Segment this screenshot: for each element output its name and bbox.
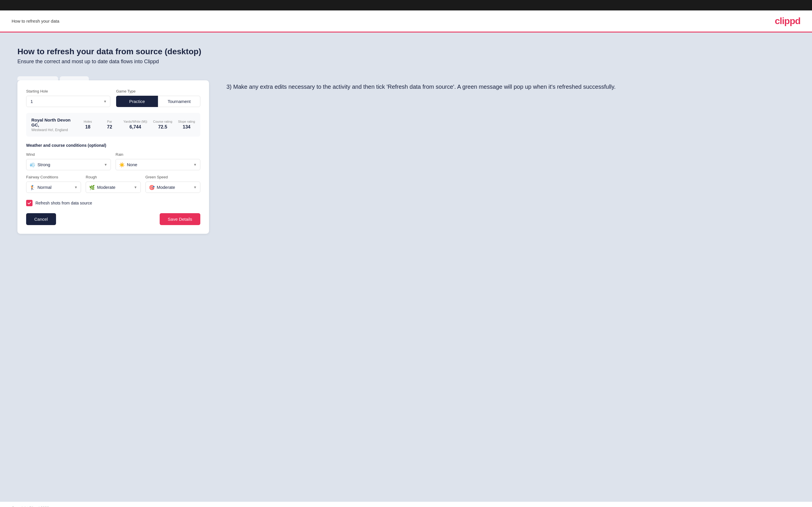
rough-select-wrapper: 🌿 Moderate Light Heavy ▼ [86,181,141,193]
yards-label: Yards/White (M)) [123,120,147,123]
starting-hole-label: Starting Hole [26,89,110,94]
slope-rating-value: 134 [178,124,195,130]
course-rating-label: Course rating [153,120,172,123]
course-rating-value: 72.5 [153,124,172,130]
wind-select[interactable]: Strong Light None [26,159,111,170]
slope-rating-stat: Slope rating 134 [178,120,195,130]
green-speed-select[interactable]: Moderate Fast Slow [145,181,200,193]
form-card: Starting Hole 1 ▼ Game Type Practice To [17,80,209,234]
footer-text: Copyright Clippd 2022 [12,506,49,507]
page-subheading: Ensure the correct and most up to date d… [17,59,795,65]
yards-value: 6,744 [123,124,147,130]
course-name-secondary: Westward Ho!, England [31,128,74,132]
game-type-label: Game Type [116,89,200,94]
fairway-group: Fairway Conditions 🏌️ Normal Firm Soft ▼ [26,175,81,193]
refresh-checkbox-label: Refresh shots from data source [36,201,92,205]
footer: Copyright Clippd 2022 [0,502,812,507]
conditions-grid-3: Fairway Conditions 🏌️ Normal Firm Soft ▼ [26,175,200,193]
cancel-button[interactable]: Cancel [26,213,56,225]
yards-stat: Yards/White (M)) 6,744 [123,120,147,130]
par-label: Par [102,120,117,123]
par-value: 72 [102,124,117,130]
card-tabs-row [17,76,209,80]
rough-group: Rough 🌿 Moderate Light Heavy ▼ [86,175,141,193]
wind-label: Wind [26,152,111,157]
holes-value: 18 [80,124,96,130]
save-button[interactable]: Save Details [160,213,200,225]
wind-rain-grid: Wind 💨 Strong Light None ▼ Rain [26,152,200,170]
card-tab-stub-2 [60,76,89,80]
fairway-select[interactable]: Normal Firm Soft [26,181,81,193]
wind-select-wrapper: 💨 Strong Light None ▼ [26,159,111,170]
rain-select-wrapper: ☀️ None Light Heavy ▼ [115,159,200,170]
fairway-label: Fairway Conditions [26,175,81,179]
holes-stat: Holes 18 [80,120,96,130]
game-type-group: Game Type Practice Tournament [116,89,200,107]
green-speed-label: Green Speed [145,175,200,179]
top-form-row: Starting Hole 1 ▼ Game Type Practice To [26,89,200,107]
header: How to refresh your data clippd [0,10,812,33]
rain-group: Rain ☀️ None Light Heavy ▼ [115,152,200,170]
conditions-section-label: Weather and course conditions (optional) [26,143,200,148]
course-name-block: Royal North Devon GC, Westward Ho!, Engl… [31,117,74,132]
starting-hole-group: Starting Hole 1 ▼ [26,89,110,107]
course-rating-stat: Course rating 72.5 [153,120,172,130]
game-type-toggle: Practice Tournament [116,96,200,107]
rough-label: Rough [86,175,141,179]
course-row: Royal North Devon GC, Westward Ho!, Engl… [26,113,200,136]
button-row: Cancel Save Details [26,213,200,225]
course-name-primary: Royal North Devon GC, [31,117,74,127]
slope-rating-label: Slope rating [178,120,195,123]
tournament-button[interactable]: Tournament [158,96,200,107]
card-tab-stub-1 [17,76,58,80]
side-paragraph: 3) Make any extra edits necessary to the… [226,82,795,91]
card-wrapper: Starting Hole 1 ▼ Game Type Practice To [17,76,209,234]
page-heading: How to refresh your data from source (de… [17,47,795,56]
logo: clippd [775,16,800,26]
side-text: 3) Make any extra edits necessary to the… [226,76,795,91]
refresh-checkbox-row[interactable]: Refresh shots from data source [26,200,200,206]
green-speed-select-wrapper: 🎯 Moderate Fast Slow ▼ [145,181,200,193]
starting-hole-select-wrapper: 1 ▼ [26,96,110,107]
practice-button[interactable]: Practice [116,96,158,107]
par-stat: Par 72 [102,120,117,130]
content-area: Starting Hole 1 ▼ Game Type Practice To [17,76,795,234]
header-title: How to refresh your data [12,18,59,23]
refresh-checkbox[interactable] [26,200,33,206]
holes-label: Holes [80,120,96,123]
rain-select[interactable]: None Light Heavy [115,159,200,170]
main-content: How to refresh your data from source (de… [0,33,812,502]
fairway-select-wrapper: 🏌️ Normal Firm Soft ▼ [26,181,81,193]
starting-hole-select[interactable]: 1 [26,96,110,107]
rain-label: Rain [115,152,200,157]
top-bar [0,0,812,10]
rough-select[interactable]: Moderate Light Heavy [86,181,141,193]
wind-group: Wind 💨 Strong Light None ▼ [26,152,111,170]
green-speed-group: Green Speed 🎯 Moderate Fast Slow ▼ [145,175,200,193]
